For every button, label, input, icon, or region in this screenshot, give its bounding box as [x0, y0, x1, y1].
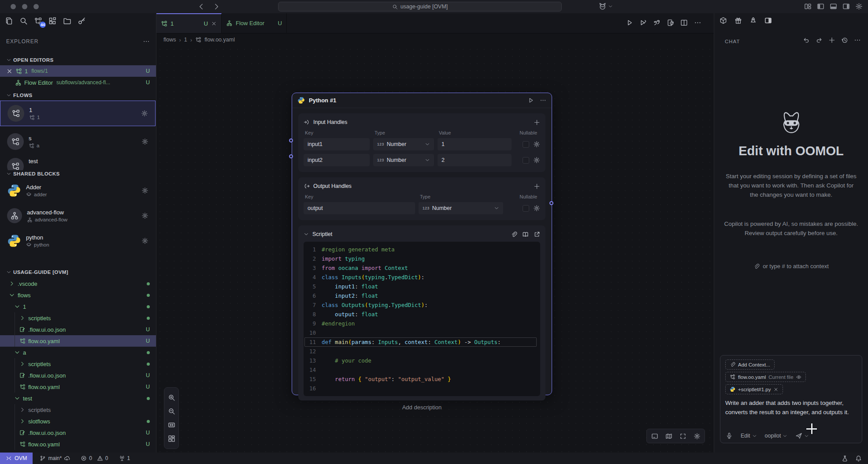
refresh-file-icon[interactable]	[667, 19, 674, 26]
gift-icon[interactable]	[734, 17, 742, 24]
close-icon[interactable]	[6, 68, 13, 75]
activity-item-files[interactable]	[4, 15, 15, 26]
plus-icon[interactable]	[828, 37, 835, 44]
panel-right-icon[interactable]	[842, 3, 850, 10]
rocket-icon[interactable]	[749, 17, 757, 24]
gear-icon[interactable]	[855, 3, 863, 10]
problems-item[interactable]: 0 0	[81, 455, 108, 461]
attach-icon[interactable]	[511, 231, 517, 238]
redo-icon[interactable]	[816, 37, 823, 44]
open-editor-item[interactable]: 1flows/1U	[0, 65, 156, 77]
gear-icon[interactable]	[141, 110, 148, 117]
more-icon[interactable]	[854, 37, 861, 44]
columns-layout-icon[interactable]	[804, 3, 812, 10]
handle-key-field[interactable]: input1	[304, 138, 370, 150]
oomol-menu-button[interactable]	[598, 2, 613, 11]
activity-item-folder[interactable]	[62, 15, 73, 26]
handle-key-field[interactable]: input2	[304, 154, 370, 166]
tree-item-scriptlets[interactable]: scriptlets	[0, 404, 156, 415]
panel-bottom-icon[interactable]	[830, 3, 837, 10]
open-editors-header[interactable]: OPEN EDITORS	[0, 56, 156, 64]
output-handle-port[interactable]	[549, 201, 553, 205]
tree-item-.flow.ui.oo.json[interactable]: .flow.ui.oo.jsonU	[0, 427, 156, 438]
tree-item-flow.oo.yaml[interactable]: flow.oo.yamlU	[0, 335, 156, 347]
tab-1[interactable]: 1U	[156, 13, 222, 33]
tree-item-slotflows[interactable]: slotflows	[0, 415, 156, 427]
nullable-checkbox[interactable]	[523, 205, 529, 212]
input-handle-port[interactable]	[289, 138, 293, 142]
fullscreen-icon[interactable]	[679, 433, 686, 440]
send-button[interactable]	[795, 432, 809, 439]
node-more-button[interactable]	[540, 97, 546, 104]
gear-icon[interactable]	[694, 433, 701, 440]
close-icon[interactable]	[211, 21, 217, 26]
chat-input-card[interactable]: Add Context...flow.oo.yamlCurrent file+s…	[720, 355, 862, 443]
back-button[interactable]	[197, 3, 205, 11]
context-chip[interactable]: +scriptlet#1.py	[725, 384, 783, 394]
flow-card-1[interactable]: 11	[0, 101, 156, 126]
activity-item-blocks[interactable]	[47, 15, 58, 26]
run-icon[interactable]	[626, 19, 633, 26]
explorer-more-button[interactable]	[143, 38, 150, 45]
add-output-button[interactable]	[534, 183, 540, 190]
grid-icon[interactable]	[168, 435, 175, 442]
window-close-button[interactable]	[11, 4, 16, 9]
split-editor-icon[interactable]	[680, 19, 688, 26]
python-node-card[interactable]: Python #1 Input Handles KeyTypeValueNull…	[292, 93, 552, 395]
forward-button[interactable]	[212, 3, 220, 11]
model-select[interactable]: oopilot	[765, 433, 788, 439]
input-handle-port[interactable]	[289, 154, 293, 158]
workspace-header[interactable]: USAGE-GUIDE [OVM]	[0, 268, 156, 277]
zoom-out-icon[interactable]	[168, 408, 175, 415]
undo-icon[interactable]	[803, 37, 810, 44]
layout-panel-icon[interactable]	[764, 17, 772, 24]
breadcrumb-item[interactable]: flows	[163, 37, 176, 43]
nullable-checkbox[interactable]	[523, 157, 529, 164]
activity-item-search[interactable]	[18, 15, 29, 26]
run-from-icon[interactable]	[639, 19, 647, 26]
gear-icon[interactable]	[141, 212, 148, 219]
mode-select[interactable]: Edit	[741, 433, 757, 439]
flow-card-s[interactable]: sa	[0, 129, 156, 154]
tree-item-1[interactable]: 1	[0, 301, 156, 312]
gear-icon[interactable]	[141, 237, 148, 244]
shared-block-python[interactable]: pythonpython	[0, 229, 156, 252]
handle-type-select[interactable]: 123Number	[373, 154, 434, 166]
handle-key-field[interactable]: output	[304, 202, 415, 214]
console-icon[interactable]	[651, 433, 658, 440]
package-icon[interactable]	[720, 17, 727, 24]
zoom-in-icon[interactable]	[168, 394, 175, 401]
tree-item-scriptlets[interactable]: scriptlets	[0, 312, 156, 324]
chat-prompt-input[interactable]: Write an adder that adds two inputs toge…	[725, 399, 857, 417]
history-icon[interactable]	[841, 37, 848, 44]
gear-icon[interactable]	[533, 205, 540, 212]
shared-block-Adder[interactable]: Adderadder	[0, 179, 156, 202]
tree-item-.flow.ui.oo.json[interactable]: .flow.ui.oo.jsonU	[0, 370, 156, 381]
more-icon[interactable]	[694, 19, 701, 26]
docs-icon[interactable]	[522, 231, 529, 238]
tree-item-flows[interactable]: flows	[0, 289, 156, 301]
activity-item-key[interactable]	[76, 15, 87, 26]
close-icon[interactable]	[773, 387, 779, 392]
flask-icon[interactable]	[842, 455, 848, 462]
fit-icon[interactable]	[168, 421, 175, 429]
handle-type-select[interactable]: 123Number	[373, 138, 434, 150]
window-zoom-button[interactable]	[33, 4, 39, 9]
handle-value-field[interactable]: 2	[438, 154, 512, 166]
breadcrumb-file[interactable]: flow.oo.yaml	[204, 37, 235, 43]
tree-item-flow.oo.yaml[interactable]: flow.oo.yamlU	[0, 381, 156, 393]
flow-card-test[interactable]: test	[0, 156, 156, 170]
activity-item-flow[interactable]: 44	[33, 15, 44, 26]
gear-icon[interactable]	[141, 187, 148, 194]
code-editor[interactable]: 1#region generated meta2import typing3fr…	[304, 242, 540, 396]
nullable-checkbox[interactable]	[523, 141, 529, 148]
flow-canvas[interactable]: Python #1 Input Handles KeyTypeValueNull…	[156, 46, 714, 453]
node-header[interactable]: Python #1	[292, 93, 552, 108]
mic-button[interactable]	[726, 432, 733, 439]
tree-item-flow.oo.yaml[interactable]: flow.oo.yamlU	[0, 438, 156, 450]
tree-item-test[interactable]: test	[0, 393, 156, 404]
chevron-down-icon[interactable]	[304, 232, 309, 237]
flows-header[interactable]: FLOWS	[0, 91, 156, 100]
git-branch-item[interactable]: main*	[40, 455, 70, 461]
breadcrumb-item[interactable]: 1	[184, 37, 187, 43]
